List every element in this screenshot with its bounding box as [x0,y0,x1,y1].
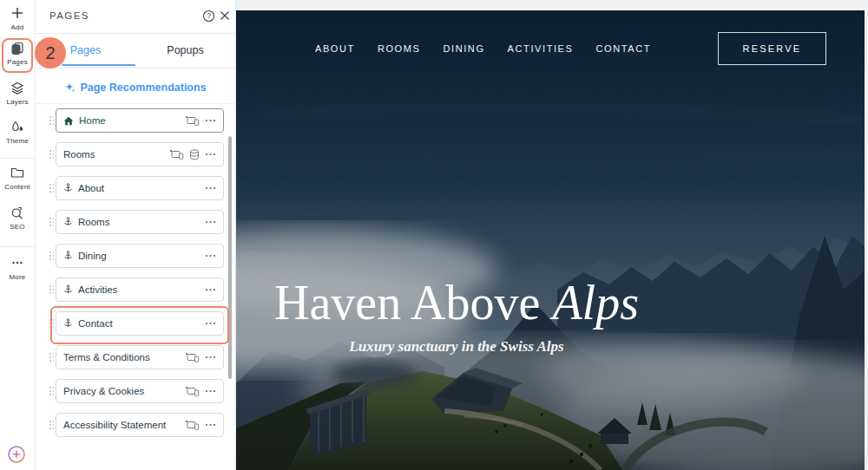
sidebar-item-label: Layers [0,98,35,106]
devices-icon [185,386,200,396]
nav-link-about[interactable]: ABOUT [315,43,355,54]
devices-icon [185,420,200,430]
anchor-icon [63,183,73,193]
editor-sidebar: Add Pages Layers Theme Content SEO [0,0,36,470]
more-options-icon[interactable] [205,356,216,359]
more-options-icon[interactable] [205,423,216,427]
sidebar-item-label: Content [0,183,35,191]
more-options-icon[interactable] [205,322,216,325]
sidebar-item-more[interactable]: More [0,257,35,281]
more-options-icon[interactable] [205,254,216,258]
list-divider [36,103,235,104]
dataset-icon [189,149,200,160]
step-number-badge: 2 [35,37,66,69]
sidebar-item-content[interactable]: Content [0,166,35,191]
page-row-rooms-anchor[interactable]: Rooms [56,210,224,234]
page-row-activities[interactable]: Activities [56,277,224,302]
more-options-icon[interactable] [205,220,216,224]
sidebar-item-label: SEO [0,223,35,231]
sidebar-item-label: Pages [0,58,35,66]
drag-handle-icon[interactable] [49,352,54,362]
drag-handle-icon[interactable] [49,115,54,126]
sidebar-item-layers[interactable]: Layers [0,82,35,106]
page-recommendations-link[interactable]: Page Recommendations [36,79,235,96]
reserve-button[interactable]: RESERVE [718,32,826,65]
site-navigation: ABOUT ROOMS DINING ACTIVITIES CONTACT [315,43,651,54]
page-row-about[interactable]: About [56,176,224,200]
panel-scrollbar[interactable] [228,136,232,379]
sidebar-item-add[interactable]: Add [0,7,35,31]
home-icon [63,116,74,126]
tab-popups[interactable]: Popups [135,33,235,68]
page-label: Rooms [63,149,95,160]
anchor-icon [63,284,73,295]
anchor-icon [63,251,73,261]
page-label: Accessibility Statement [63,420,166,430]
drag-handle-icon[interactable] [49,251,54,261]
help-icon[interactable]: ? [201,9,215,23]
more-options-icon[interactable] [205,119,216,122]
plus-icon [0,7,35,21]
hero-title[interactable]: Haven Above Alps [269,276,644,330]
panel-title: PAGES [49,10,89,21]
page-row-home[interactable]: Home [56,108,224,133]
nav-link-activities[interactable]: ACTIVITIES [508,43,574,54]
pages-panel: PAGES ? Pages Popups Page Recommendation… [36,0,236,470]
pages-icon [0,42,35,55]
drag-handle-icon[interactable] [49,284,54,295]
close-icon[interactable] [218,9,232,23]
pages-panel-header: PAGES ? [36,0,235,34]
anchor-icon [63,318,73,329]
more-options-icon[interactable] [205,153,216,156]
editor-canvas: ABOUT ROOMS DINING ACTIVITIES CONTACT RE… [236,0,868,470]
drag-handle-icon[interactable] [49,386,54,396]
drag-handle-icon[interactable] [49,217,54,227]
drag-handle-icon[interactable] [49,318,54,329]
drag-handle-icon[interactable] [49,420,54,430]
layers-icon [0,82,35,95]
drag-handle-icon[interactable] [49,183,54,193]
page-row-dining[interactable]: Dining [56,244,224,268]
svg-text:?: ? [207,11,211,20]
sidebar-item-pages[interactable]: Pages [0,42,35,66]
sparkle-icon [64,82,75,93]
anchor-icon [63,217,73,227]
seo-icon [0,206,35,220]
hero-text-block: Haven Above Alps Luxury sanctuary in the… [269,276,644,356]
sidebar-item-seo[interactable]: SEO [0,206,35,231]
page-row-rooms[interactable]: Rooms [56,142,224,166]
more-options-icon[interactable] [205,389,216,393]
nav-link-rooms[interactable]: ROOMS [378,43,421,54]
page-row-accessibility[interactable]: Accessibility Statement [56,413,224,437]
page-label: About [78,183,104,193]
page-label: Terms & Conditions [63,352,150,362]
sidebar-item-label: Theme [0,137,35,145]
drag-handle-icon[interactable] [49,149,54,160]
nav-link-contact[interactable]: CONTACT [595,43,651,54]
folder-icon [0,166,35,180]
devices-icon [185,115,200,126]
page-label: Activities [78,284,117,295]
hero-subtitle[interactable]: Luxury sanctuary in the Swiss Alps [269,338,644,356]
sidebar-divider [0,246,35,247]
page-label: Contact [78,318,113,329]
devices-icon [185,352,200,362]
theme-icon [0,121,35,134]
sidebar-add-shortcut-button[interactable] [7,445,26,464]
sidebar-item-theme[interactable]: Theme [0,121,35,145]
more-options-icon[interactable] [205,186,216,190]
page-row-contact[interactable]: Contact [56,311,224,336]
nav-link-dining[interactable]: DINING [443,43,484,54]
more-icon [0,257,35,271]
active-tab-underline [62,64,135,66]
sidebar-divider [0,158,35,159]
page-label: Home [79,115,106,126]
page-recommendations-label: Page Recommendations [80,82,206,94]
page-label: Rooms [78,217,109,227]
page-row-terms[interactable]: Terms & Conditions [56,345,224,369]
page-label: Dining [78,251,107,261]
hero-background-image [236,10,865,470]
more-options-icon[interactable] [205,288,216,291]
sidebar-item-label: Add [0,23,35,31]
page-row-privacy[interactable]: Privacy & Cookies [56,379,224,403]
